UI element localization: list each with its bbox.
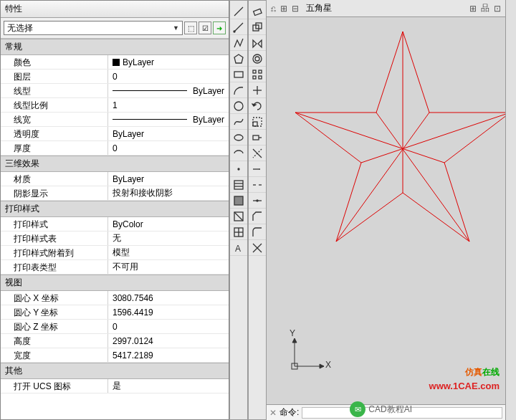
mirror-tool[interactable]: [249, 35, 266, 51]
property-value[interactable]: 投射和接收阴影: [108, 186, 229, 200]
property-value[interactable]: 2997.0124: [108, 334, 229, 348]
tab-right-icon-b[interactable]: 品: [481, 2, 489, 14]
properties-title-bar[interactable]: 特性: [1, 1, 229, 18]
property-row[interactable]: 材质ByLayer: [1, 172, 229, 186]
toggle-pim-button[interactable]: ⬚: [184, 22, 197, 34]
property-row[interactable]: 圆心 Z 坐标0: [1, 320, 229, 334]
watermark-brand: 仿真在线: [465, 366, 500, 378]
ellipse-arc-tool[interactable]: [230, 145, 247, 161]
property-row[interactable]: 图层0: [1, 70, 229, 84]
property-value[interactable]: 3080.7546: [108, 291, 229, 305]
property-row[interactable]: 线宽ByLayer: [1, 113, 229, 127]
erase-tool[interactable]: [249, 4, 266, 19]
svg-rect-25: [253, 70, 256, 73]
stretch-tool[interactable]: [249, 130, 266, 145]
property-row[interactable]: 线型ByLayer: [1, 84, 229, 98]
property-row[interactable]: 高度2997.0124: [1, 334, 229, 348]
scale-tool[interactable]: [249, 114, 266, 130]
property-row[interactable]: 线型比例1: [1, 98, 229, 113]
quick-select-button[interactable]: ☑: [199, 22, 211, 34]
property-value[interactable]: 模型: [108, 246, 229, 259]
property-value[interactable]: ByLayer: [108, 84, 229, 97]
svg-marker-3: [234, 54, 243, 63]
property-value[interactable]: ByLayer: [108, 55, 229, 69]
copy-tool[interactable]: [249, 19, 266, 35]
properties-title: 特性: [5, 3, 224, 15]
property-value[interactable]: ByLayer: [108, 113, 229, 126]
watermark-url: www.1CAE.com: [429, 381, 500, 391]
move-tool[interactable]: [249, 82, 266, 98]
property-row[interactable]: 打印样式表无: [1, 232, 229, 246]
hatch-tool[interactable]: [230, 177, 247, 193]
group-header[interactable]: 其他: [1, 363, 229, 379]
gradient-tool[interactable]: [230, 193, 247, 209]
property-row[interactable]: 透明度ByLayer: [1, 127, 229, 141]
polyline-tool[interactable]: [230, 35, 247, 51]
property-value[interactable]: 是: [108, 379, 229, 393]
group-header[interactable]: 视图: [1, 275, 229, 291]
property-value[interactable]: 1: [108, 98, 229, 112]
tab-right-icon-c[interactable]: ⊡: [494, 4, 501, 14]
property-row[interactable]: 圆心 Y 坐标1596.4419: [1, 305, 229, 320]
property-row[interactable]: 厚度0: [1, 141, 229, 156]
ellipse-tool[interactable]: [230, 130, 247, 145]
trim-tool[interactable]: [249, 145, 266, 161]
extend-tool[interactable]: [249, 161, 266, 177]
property-value[interactable]: 0: [108, 70, 229, 83]
explode-tool[interactable]: [249, 240, 266, 256]
property-value[interactable]: 5417.2189: [108, 348, 229, 362]
selection-dropdown[interactable]: 无选择 ▼: [4, 21, 183, 35]
tab-icon-a[interactable]: ⊞: [280, 4, 287, 14]
vertical-scrollbar[interactable]: [505, 0, 516, 420]
group-header[interactable]: 三维效果: [1, 156, 229, 172]
property-value[interactable]: ByLayer: [108, 127, 229, 140]
arc-tool[interactable]: [230, 82, 247, 98]
go-button[interactable]: ➜: [213, 22, 226, 34]
circle-tool[interactable]: [230, 98, 247, 114]
property-value[interactable]: ByColor: [108, 217, 229, 231]
property-row[interactable]: 宽度5417.2189: [1, 348, 229, 363]
table-tool[interactable]: [230, 224, 247, 240]
tab-icon-b[interactable]: ⊟: [292, 4, 299, 14]
break-tool[interactable]: [249, 177, 266, 193]
tab-right-icon-a[interactable]: ⊞: [469, 4, 477, 14]
fillet-tool[interactable]: [249, 224, 266, 240]
svg-point-5: [234, 102, 243, 110]
svg-rect-32: [253, 122, 257, 126]
property-row[interactable]: 阴影显示投射和接收阴影: [1, 186, 229, 201]
rectangle-tool[interactable]: [230, 67, 247, 82]
tab-label[interactable]: 五角星: [306, 2, 332, 14]
ray-tool[interactable]: [230, 19, 247, 35]
group-header[interactable]: 打印样式: [1, 201, 229, 217]
chamfer-tool[interactable]: [249, 209, 266, 224]
property-value[interactable]: 不可用: [108, 260, 229, 274]
group-header[interactable]: 常规: [1, 39, 229, 55]
polygon-tool[interactable]: [230, 51, 247, 67]
property-row[interactable]: 打印表类型不可用: [1, 260, 229, 275]
svg-line-13: [234, 212, 243, 221]
spline-tool[interactable]: [230, 114, 247, 130]
property-value[interactable]: 0: [108, 141, 229, 155]
property-value[interactable]: ByLayer: [108, 172, 229, 186]
offset-tool[interactable]: [249, 51, 266, 67]
viewport[interactable]: X Y: [267, 17, 505, 404]
command-close-icon[interactable]: ✕: [269, 408, 277, 418]
property-row[interactable]: 颜色ByLayer: [1, 55, 229, 70]
property-row[interactable]: 圆心 X 坐标3080.7546: [1, 291, 229, 305]
text-tool[interactable]: A: [230, 240, 247, 256]
property-value[interactable]: 无: [108, 232, 229, 245]
svg-point-7: [238, 168, 239, 170]
property-row[interactable]: 打印样式附着到模型: [1, 246, 229, 260]
rotate-tool[interactable]: [249, 98, 266, 114]
point-tool[interactable]: [230, 161, 247, 177]
region-tool[interactable]: [230, 209, 247, 224]
tab-new-icon[interactable]: ⎌: [271, 4, 276, 14]
join-tool[interactable]: [249, 193, 266, 209]
array-tool[interactable]: [249, 67, 266, 82]
ucs-y-label: Y: [290, 328, 295, 338]
property-value[interactable]: 1596.4419: [108, 305, 229, 319]
line-tool[interactable]: [230, 4, 247, 19]
property-value[interactable]: 0: [108, 320, 229, 333]
property-row[interactable]: 打开 UCS 图标是: [1, 379, 229, 393]
property-row[interactable]: 打印样式ByColor: [1, 217, 229, 232]
